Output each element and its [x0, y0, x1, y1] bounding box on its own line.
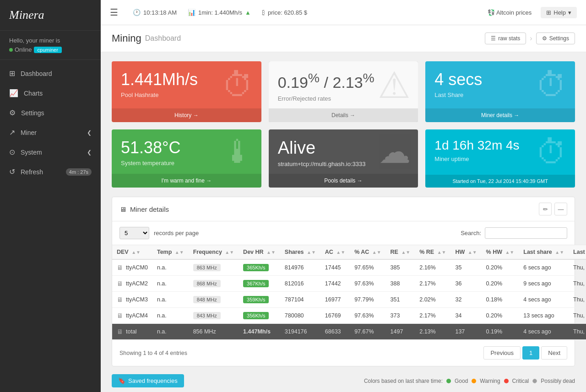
raw-stats-button[interactable]: ☰ raw stats: [485, 32, 526, 44]
cell-pct-hw: 0.20%: [482, 259, 519, 276]
topbar-right: 💱 Altcoin prices ⊞ Help ▾: [488, 7, 577, 18]
cloud-upload-icon: ☁: [379, 133, 411, 171]
legend-good-dot: [446, 379, 451, 383]
cell-pct-hw: 0.20%: [482, 308, 519, 324]
cell-frequency: 856 MHz: [189, 324, 239, 340]
alive-footer[interactable]: Pools details →: [269, 174, 418, 188]
pct-sup-left: %: [308, 70, 320, 85]
bookmark-icon: 🔖: [118, 377, 125, 384]
page-1-button[interactable]: 1: [522, 346, 539, 360]
next-button[interactable]: Next: [541, 346, 567, 360]
col-temp[interactable]: Temp ▲▼: [152, 245, 189, 260]
footer-area: 🔖 Saved frequencies Colors based on last…: [101, 370, 586, 392]
device-icon: 🖥: [117, 280, 123, 287]
miner-details-header: 🖥 Miner details ✏ —: [112, 197, 575, 221]
sidebar-item-miner[interactable]: ↗ Miner ❮: [0, 123, 101, 142]
col-last-share-time[interactable]: Last share time ▲▼: [569, 245, 586, 260]
uptime-footer[interactable]: Started on Tue, 22 Jul 2014 15:40:39 GMT: [425, 175, 575, 188]
error-rates-footer[interactable]: Details →: [269, 108, 418, 122]
cell-shares: 787104: [280, 292, 320, 308]
col-ac[interactable]: AC ▲▼: [320, 245, 350, 260]
sidebar-item-label: Charts: [24, 90, 43, 97]
user-info: Hello, your miner is Online cpuminer: [0, 31, 101, 60]
hamburger-menu[interactable]: ☰: [110, 7, 118, 18]
miner-details-section: 🖥 Miner details ✏ — 5 10 25 records per …: [112, 197, 575, 366]
col-last-share[interactable]: Last share ▲▼: [519, 245, 569, 260]
cell-frequency: 843 MHz: [189, 308, 239, 324]
sort-icon-shares: ▲▼: [307, 250, 316, 255]
topbar-hashrate-value: 1min: 1.440Mh/s: [198, 9, 242, 16]
chevron-right-icon-2: ❮: [87, 149, 92, 156]
sidebar-item-refresh[interactable]: ↺ Refresh 4m : 27s: [0, 162, 101, 182]
cell-dev: 🖥 ttyACM0: [112, 259, 152, 276]
sidebar-item-dashboard[interactable]: ⊞ Dashboard: [0, 64, 101, 83]
cell-shares: 812016: [280, 276, 320, 292]
device-icon: 🖥: [117, 312, 123, 319]
sidebar-nav: ⊞ Dashboard 📈 Charts ⚙ Settings ↗ Miner …: [0, 60, 101, 392]
legend-label: Colors based on last share time:: [364, 378, 443, 384]
altcoin-prices-link[interactable]: 💱 Altcoin prices: [488, 9, 532, 16]
cell-re: 1497: [386, 324, 415, 340]
cell-pct-ac: 97.63%: [350, 308, 385, 324]
pool-hashrate-footer[interactable]: History →: [112, 108, 261, 122]
last-share-footer[interactable]: Miner details →: [425, 108, 575, 122]
monitor-icon: 🖥: [119, 205, 126, 213]
sidebar-item-label: Settings: [21, 109, 44, 117]
temperature-footer[interactable]: I'm warm and fine →: [112, 174, 261, 188]
cell-hw: 36: [450, 276, 481, 292]
cell-pct-hw: 0.18%: [482, 292, 519, 308]
last-share-card: 4 secs Last Share ⏱ Miner details →: [425, 61, 575, 122]
sidebar-item-charts[interactable]: 📈 Charts: [0, 83, 101, 103]
dev-name: ttyACM2: [126, 280, 148, 287]
cell-pct-hw: 0.20%: [482, 276, 519, 292]
altcoin-label: Altcoin prices: [496, 9, 532, 16]
saved-frequencies-button[interactable]: 🔖 Saved frequencies: [112, 374, 184, 387]
page-subtitle: Dashboard: [145, 34, 181, 43]
user-greeting: Hello, your miner is: [9, 37, 92, 44]
settings-icon: ⚙: [9, 108, 16, 117]
help-label: Help: [553, 9, 566, 16]
sort-icon-temp: ▲▼: [175, 250, 184, 255]
help-button[interactable]: ⊞ Help ▾: [541, 7, 577, 18]
topbar-time: 🕐 10:13:18 AM: [133, 9, 177, 16]
uptime-card: 1d 16h 32m 4s Miner uptime ⏱ Started on …: [425, 129, 575, 188]
col-re[interactable]: RE ▲▼: [386, 245, 415, 260]
col-devhr[interactable]: Dev HR ▲▼: [239, 245, 280, 260]
collapse-button[interactable]: —: [554, 203, 567, 215]
cell-hw: 137: [450, 324, 481, 340]
col-pct-re[interactable]: % RE ▲▼: [415, 245, 450, 260]
sidebar-item-system[interactable]: ⊙ System ❮: [0, 142, 101, 162]
cell-pct-ac: 97.67%: [350, 324, 385, 340]
col-pct-ac[interactable]: % AC ▲▼: [350, 245, 385, 260]
search-input[interactable]: [485, 227, 567, 239]
previous-button[interactable]: Previous: [483, 346, 521, 360]
cell-devhr: 359Kh/s: [239, 292, 280, 308]
table-row: 🖥 ttyACM0 n.a. 863 MHz 365Kh/s 814976 17…: [112, 259, 586, 276]
error-rates-body: 0.19% / 2.13% Error/Rejected rates ⚠: [269, 61, 418, 108]
sidebar-item-settings[interactable]: ⚙ Settings: [0, 103, 101, 123]
cell-temp: n.a.: [152, 292, 189, 308]
settings-button[interactable]: ⚙ Settings: [536, 32, 575, 44]
pool-hashrate-card: 1.441Mh/s Pool Hashrate ⏱ History →: [112, 61, 261, 122]
cell-last-share-time: Thu, 24 Jul 2014 08:12:42 GMT: [569, 259, 586, 276]
cell-dev: 🖥 ttyACM3: [112, 292, 152, 308]
col-shares[interactable]: Shares ▲▼: [280, 245, 320, 260]
col-dev[interactable]: DEV ▲▼: [112, 245, 152, 260]
bitcoin-icon: ₿: [262, 9, 265, 16]
topbar-time-value: 10:13:18 AM: [143, 9, 177, 16]
speedometer-icon: ⏱: [222, 67, 254, 103]
cell-pct-ac: 97.79%: [350, 292, 385, 308]
edit-button[interactable]: ✏: [539, 203, 552, 215]
error-rates-card: 0.19% / 2.13% Error/Rejected rates ⚠ Det…: [269, 61, 418, 122]
col-frequency[interactable]: Frequency ▲▼: [189, 245, 239, 260]
cell-ac: 16977: [320, 292, 350, 308]
cell-temp: n.a.: [152, 324, 189, 340]
table-row: 🖥 total n.a. 856 MHz 1.447Mh/s 3194176 6…: [112, 324, 586, 340]
stopwatch-icon: ⏱: [536, 67, 568, 103]
cell-ac: 17442: [320, 276, 350, 292]
cell-ac: 17445: [320, 259, 350, 276]
col-pct-hw[interactable]: % HW ▲▼: [482, 245, 519, 260]
col-hw[interactable]: HW ▲▼: [450, 245, 481, 260]
records-per-page-select[interactable]: 5 10 25: [119, 227, 149, 239]
topbar-price-value: price: 620.85 $: [268, 9, 307, 16]
